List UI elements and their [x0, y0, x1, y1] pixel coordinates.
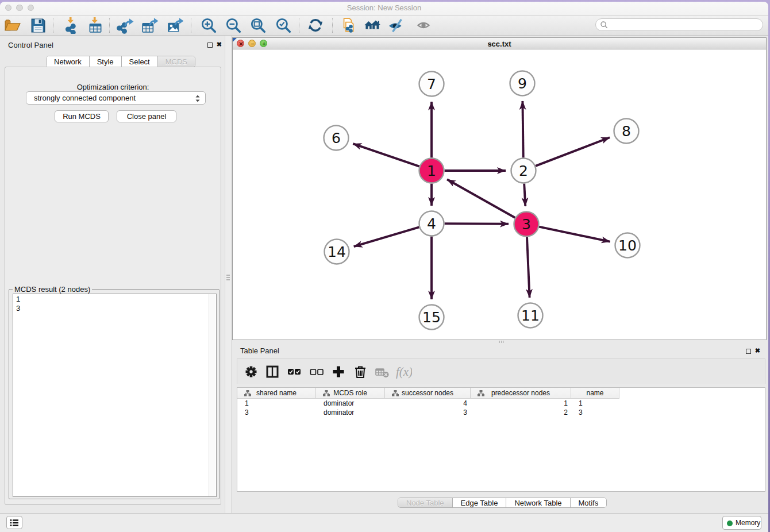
desktop: { "window": { "title": "Session: New Ses… — [0, 0, 770, 532]
graph-node-11[interactable]: 11 — [518, 303, 543, 328]
edge-2-8[interactable] — [536, 137, 610, 166]
close-panel-button[interactable]: Close panel — [117, 110, 176, 122]
main-toolbar — [0, 16, 768, 36]
table-toolbar: f(x) — [237, 358, 765, 384]
edge-4-3[interactable] — [445, 223, 509, 224]
zoom-selected-button[interactable] — [275, 17, 292, 34]
edge-3-10[interactable] — [539, 227, 610, 242]
export-network-button[interactable] — [117, 17, 134, 34]
search-box — [595, 18, 763, 31]
column-header-MCDS-role[interactable]: MCDS role — [316, 388, 385, 399]
network-canvas[interactable]: 1234678910111415 — [233, 50, 766, 340]
network-desktop: ✕ – + scc.txt 1234678910111415 Table Pan… — [232, 36, 768, 513]
memory-label: Memory — [736, 519, 760, 527]
open-file-button[interactable] — [4, 17, 21, 34]
tab-node-table[interactable]: Node Table — [398, 498, 453, 507]
zoom-in-button[interactable] — [200, 17, 217, 34]
table-row[interactable]: 3dominator323 — [237, 408, 619, 417]
zoom-out-button[interactable] — [225, 17, 242, 34]
edge-3-1[interactable] — [447, 179, 515, 218]
criterion-value: strongly connected component — [34, 94, 136, 102]
graph-node-1[interactable]: 1 — [419, 159, 444, 183]
splitter-grip-icon — [226, 275, 230, 280]
mcds-result-values: 1 3 — [16, 295, 20, 313]
show-panels-button[interactable] — [6, 516, 22, 529]
tab-network[interactable]: Network — [47, 56, 90, 67]
network-from-selection-button[interactable] — [339, 17, 356, 34]
table-header-row: shared nameMCDS rolesuccessor nodesprede… — [237, 388, 619, 399]
column-header-successor-nodes[interactable]: successor nodes — [385, 388, 471, 399]
graph-node-10[interactable]: 10 — [615, 233, 640, 258]
tab-mcds[interactable]: MCDS — [158, 56, 195, 67]
column-header-label: shared name — [256, 389, 297, 397]
criterion-dropdown[interactable]: strongly connected component — [26, 91, 206, 105]
table-row[interactable]: 1dominator411 — [237, 399, 619, 408]
graph-node-2[interactable]: 2 — [511, 159, 536, 183]
table-options-button[interactable] — [243, 364, 259, 380]
tab-network-table[interactable]: Network Table — [506, 498, 570, 507]
edge-4-14[interactable] — [354, 227, 419, 246]
save-session-button[interactable] — [29, 17, 47, 34]
delete-table-icon — [374, 364, 390, 380]
network-window: ✕ – + scc.txt 1234678910111415 — [232, 37, 767, 340]
svg-text:f(x): f(x) — [396, 365, 412, 379]
import-table-button[interactable] — [87, 17, 104, 34]
vertical-splitter[interactable] — [225, 36, 232, 513]
graph-node-4[interactable]: 4 — [419, 211, 444, 236]
tab-select[interactable]: Select — [122, 56, 158, 67]
tab-label: MCDS — [165, 57, 187, 66]
node-label: 3 — [522, 216, 531, 233]
graph-node-8[interactable]: 8 — [614, 119, 639, 144]
edge-1-6[interactable] — [353, 144, 419, 167]
memory-button[interactable]: Memory — [722, 516, 761, 530]
first-neighbors-button[interactable] — [364, 17, 381, 34]
tab-motifs[interactable]: Motifs — [571, 498, 607, 507]
tab-style[interactable]: Style — [90, 56, 122, 67]
run-mcds-button[interactable]: Run MCDS — [55, 110, 109, 122]
edge-2-3[interactable] — [524, 184, 525, 207]
select-all-columns-button[interactable] — [286, 364, 302, 380]
edge-2-9[interactable] — [522, 101, 523, 158]
node-label: 14 — [328, 244, 346, 260]
graph-node-3[interactable]: 3 — [514, 212, 539, 237]
network-window-title: scc.txt — [233, 40, 766, 48]
float-icon[interactable] — [207, 43, 213, 48]
tab-edge-table[interactable]: Edge Table — [453, 498, 507, 507]
result-scrollbar[interactable] — [209, 294, 215, 496]
float-icon[interactable] — [746, 349, 751, 354]
content-area: Control Panel ✖ NetworkStyleSelectMCDS O… — [0, 36, 768, 513]
import-network-icon — [63, 17, 80, 34]
trash-icon — [352, 364, 368, 380]
close-icon[interactable]: ✖ — [217, 41, 222, 48]
search-icon — [600, 21, 609, 29]
column-header-predecessor-nodes[interactable]: predecessor nodes — [471, 388, 571, 399]
table-cell: 1 — [571, 399, 619, 408]
graph-node-7[interactable]: 7 — [419, 72, 444, 97]
search-input[interactable] — [611, 20, 757, 30]
graph-node-9[interactable]: 9 — [510, 71, 535, 96]
column-header-shared-name[interactable]: shared name — [237, 388, 316, 399]
column-type-icon — [392, 390, 399, 396]
edge-3-11[interactable] — [527, 237, 530, 298]
graph-node-6[interactable]: 6 — [324, 126, 349, 151]
show-column-button[interactable] — [264, 364, 280, 380]
export-table-button[interactable] — [141, 17, 159, 34]
column-header-name[interactable]: name — [571, 388, 619, 399]
hide-selected-button[interactable] — [388, 17, 406, 34]
table-cell: 3 — [571, 408, 619, 417]
mcds-result-group: MCDS result (2 nodes) 1 3 — [9, 289, 220, 499]
zoom-fit-button[interactable] — [249, 17, 267, 34]
create-column-button[interactable] — [330, 364, 346, 380]
apply-layout-button[interactable] — [307, 17, 324, 34]
close-icon[interactable]: ✖ — [755, 347, 760, 354]
unselect-all-columns-button[interactable] — [309, 364, 325, 380]
export-image-button[interactable] — [167, 17, 184, 34]
show-all-button[interactable] — [415, 17, 432, 34]
import-network-button[interactable] — [63, 17, 80, 34]
node-label: 7 — [427, 76, 436, 92]
column-header-label: name — [586, 389, 603, 397]
graph-node-15[interactable]: 15 — [419, 305, 444, 330]
mcds-result-textarea[interactable]: 1 3 — [13, 294, 217, 497]
graph-node-14[interactable]: 14 — [325, 240, 349, 264]
zoom-out-icon — [225, 17, 242, 34]
